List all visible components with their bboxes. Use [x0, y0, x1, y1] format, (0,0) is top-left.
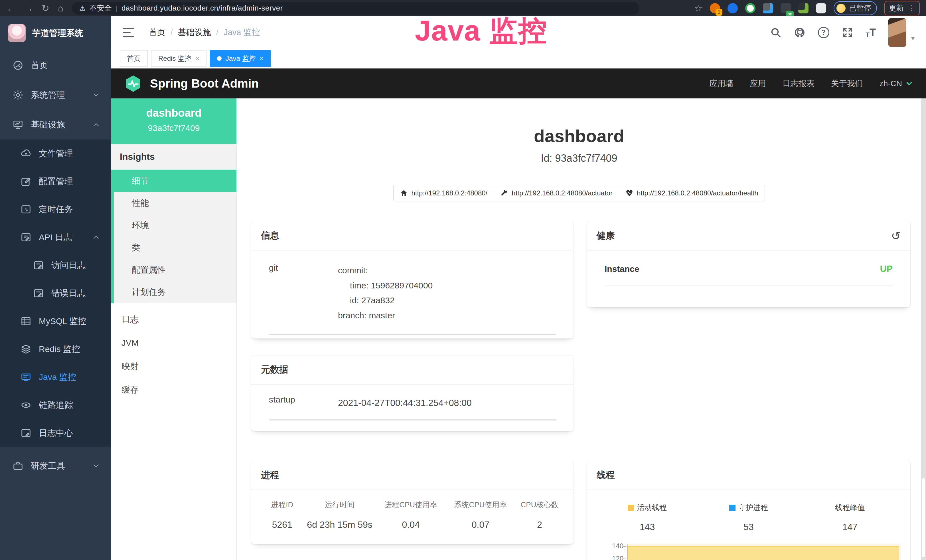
tab-java-monitor[interactable]: Java 监控 × — [210, 50, 271, 67]
sidebar-item-home[interactable]: 首页 — [0, 50, 111, 80]
user-menu-caret-icon[interactable]: ▾ — [911, 34, 915, 42]
log-edit-icon — [21, 232, 31, 243]
not-secure-label[interactable]: 不安全 — [89, 3, 112, 13]
url-bar[interactable]: ⚠ 不安全 | dashboard.yudao.iocoder.cn/infra… — [72, 2, 639, 15]
reload-icon[interactable]: ↻ — [42, 4, 49, 13]
extension-switch-icon[interactable]: on — [781, 3, 791, 14]
fullscreen-icon[interactable] — [842, 27, 853, 38]
not-secure-warning-icon: ⚠ — [79, 4, 86, 12]
legend-label: 线程峰值 — [835, 502, 865, 513]
instance-actuator-url-button[interactable]: http://192.168.0.2:48080/actuator — [494, 185, 619, 201]
instance-health-url-button[interactable]: http://192.168.0.2:48080/actuator/health — [619, 185, 765, 201]
sidebar-item-access-log[interactable]: 访问日志 — [0, 251, 111, 279]
browser-actions: ☆ 1 on 已暂停 更新 ⋮ — [694, 1, 920, 15]
annotation-overlay: Java 监控 — [415, 12, 547, 50]
col-header: 进程CPU使用率 — [376, 500, 446, 510]
sidebar-item-label: 系统管理 — [31, 89, 65, 101]
sba-nav-applications[interactable]: 应用 — [750, 78, 766, 89]
back-icon[interactable]: ← — [6, 4, 15, 13]
sidebar-item-scheduled-jobs[interactable]: 定时任务 — [0, 195, 111, 223]
search-icon[interactable] — [770, 27, 781, 38]
close-icon[interactable]: × — [260, 54, 263, 62]
extension-grid-icon[interactable] — [763, 3, 773, 14]
startup-value: 2021-04-27T00:44:31.254+08:00 — [338, 395, 472, 411]
threads-chart: 140 120 100 — [597, 544, 900, 560]
heartbeat-icon — [625, 189, 633, 197]
help-icon[interactable]: ? — [818, 27, 829, 38]
instance-health-row[interactable]: Instance UP — [597, 263, 900, 274]
history-icon[interactable]: ↺ — [891, 229, 900, 242]
browser-home-icon[interactable]: ⌂ — [58, 4, 63, 13]
menu-item-scheduled-tasks[interactable]: 计划任务 — [114, 281, 236, 303]
sidebar-item-redis-monitor[interactable]: Redis 监控 — [0, 335, 111, 363]
database-icon — [21, 316, 31, 327]
sidebar-item-log-center[interactable]: 日志中心 — [0, 419, 111, 447]
breadcrumb-current: Java 监控 — [224, 27, 260, 38]
url-label: http://192.168.0.2:48080/actuator/health — [637, 189, 758, 197]
menu-item-classes[interactable]: 类 — [114, 236, 236, 259]
sidebar-item-config-management[interactable]: 配置管理 — [0, 168, 111, 195]
menu-item-environment[interactable]: 环境 — [114, 214, 236, 236]
menu-item-logs[interactable]: 日志 — [111, 308, 236, 331]
url-text[interactable]: dashboard.yudao.iocoder.cn/infra/admin-s… — [121, 4, 283, 12]
hamburger-icon[interactable] — [123, 28, 134, 37]
menu-item-config-props[interactable]: 配置属性 — [114, 259, 236, 281]
sba-brand-title[interactable]: Spring Boot Admin — [150, 77, 259, 91]
sidebar-item-label: 日志中心 — [39, 427, 73, 439]
extension-on-badge: on — [786, 11, 794, 17]
bookmark-star-icon[interactable]: ☆ — [694, 4, 702, 13]
spring-boot-admin-logo-icon — [124, 74, 142, 93]
forward-icon[interactable]: → — [24, 4, 33, 13]
extension-puzzle-icon[interactable] — [816, 3, 826, 14]
sidebar-item-file-management[interactable]: 文件管理 — [0, 139, 111, 168]
extension-orange-icon[interactable]: 1 — [710, 3, 720, 14]
font-size-icon[interactable]: TT — [866, 27, 876, 38]
extension-green-circle-icon[interactable] — [745, 3, 755, 14]
cell-uptime: 6d 23h 15m 59s — [303, 519, 376, 530]
menu-item-jvm[interactable]: JVM — [111, 331, 236, 354]
sidebar-item-error-log[interactable]: 错误日志 — [0, 279, 111, 307]
sidebar-item-system[interactable]: 系统管理 — [0, 80, 111, 110]
sidebar-item-label: Java 监控 — [39, 371, 76, 383]
sidebar-item-infrastructure[interactable]: 基础设施 — [0, 110, 111, 139]
menu-item-mappings[interactable]: 映射 — [111, 354, 236, 378]
update-button[interactable]: 更新 ⋮ — [884, 1, 920, 15]
threads-card-title: 线程 — [597, 469, 615, 481]
url-label: http://192.168.0.2:48080/actuator — [511, 189, 613, 197]
scrollbar-thumb[interactable] — [922, 478, 925, 558]
menu-item-details[interactable]: 细节 — [114, 170, 236, 192]
sidebar-item-label: 访问日志 — [51, 260, 86, 271]
sba-locale-select[interactable]: zh-CN — [879, 79, 914, 88]
github-icon[interactable] — [794, 27, 805, 38]
sidebar-item-dev-tools[interactable]: 研发工具 — [0, 451, 111, 481]
instance-header[interactable]: dashboard 93a3fc7f7409 — [111, 98, 236, 144]
extension-leaf-icon[interactable] — [798, 3, 808, 14]
app-logo[interactable]: 芋道管理系统 — [0, 16, 111, 50]
sba-nav-wallboard[interactable]: 应用墙 — [710, 78, 734, 89]
sba-nav-about[interactable]: 关于我们 — [831, 78, 863, 89]
sba-nav-journal[interactable]: 日志报表 — [782, 78, 814, 89]
sidebar-item-java-monitor[interactable]: Java 监控 — [0, 363, 111, 391]
tab-home[interactable]: 首页 — [120, 50, 148, 67]
content-scrollbar[interactable] — [921, 98, 926, 560]
sidebar-item-tracing[interactable]: 链路追踪 — [0, 391, 111, 419]
chevron-up-icon — [92, 120, 100, 129]
startup-label: startup — [261, 395, 338, 411]
sidebar-item-api-log[interactable]: API 日志 — [0, 223, 111, 251]
browser-menu-kebab-icon[interactable]: ⋮ — [908, 4, 915, 12]
main-content: dashboard Id: 93a3fc7f7409 http://192.16… — [237, 98, 921, 560]
menu-item-caches[interactable]: 缓存 — [111, 378, 236, 401]
instance-home-url-button[interactable]: http://192.168.0.2:48080/ — [393, 185, 494, 201]
menu-item-metrics[interactable]: 性能 — [114, 192, 236, 214]
instance-name: dashboard — [111, 107, 236, 119]
sidebar-item-mysql-monitor[interactable]: MySQL 监控 — [0, 307, 111, 335]
user-avatar[interactable] — [888, 18, 906, 47]
legend-label: 守护进程 — [738, 502, 768, 513]
close-icon[interactable]: × — [195, 54, 199, 62]
breadcrumb-section[interactable]: 基础设施 — [178, 27, 211, 38]
paused-badge[interactable]: 已暂停 — [834, 1, 877, 15]
breadcrumb-home[interactable]: 首页 — [149, 27, 165, 38]
tab-redis-monitor[interactable]: Redis 监控 × — [151, 50, 206, 67]
cell-process-cpu: 0.04 — [376, 519, 446, 530]
extension-pin-icon[interactable] — [728, 3, 738, 14]
